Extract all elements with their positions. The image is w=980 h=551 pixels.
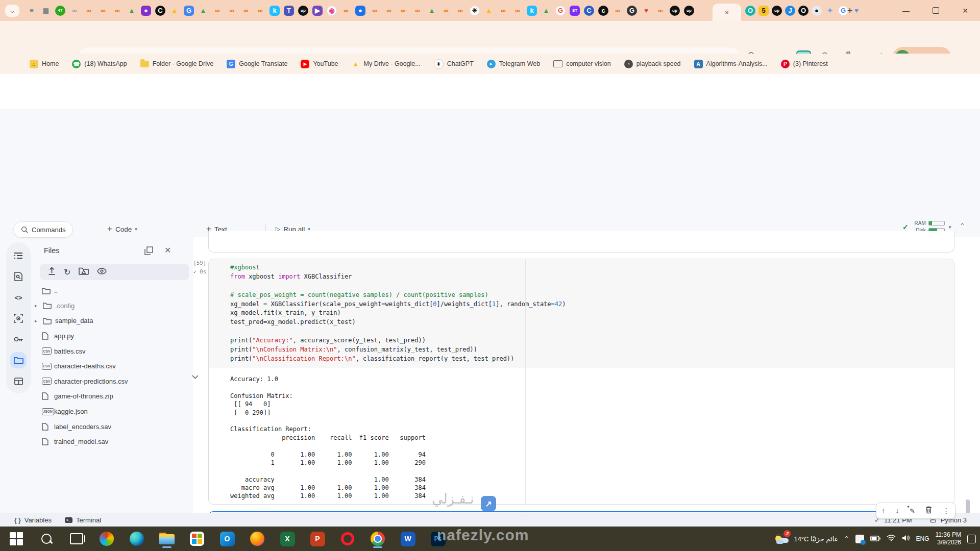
pinned-tab-favicon[interactable]: ∞ <box>255 6 265 16</box>
pinned-tab-favicon[interactable]: 47 <box>55 6 65 16</box>
file-tree-item[interactable]: CSVcharacter-predictions.csv <box>34 374 190 389</box>
pinned-tab-favicon[interactable]: O <box>798 6 808 16</box>
code-snippets-icon[interactable]: <> <box>10 289 27 306</box>
volume-icon[interactable] <box>902 534 910 543</box>
active-tab[interactable]: × <box>713 4 741 21</box>
pinned-tab-favicon[interactable]: O <box>745 6 755 16</box>
edit-with-ai-icon[interactable]: ✎✦ <box>910 507 915 515</box>
taskbar-app-firefox[interactable] <box>248 529 266 549</box>
pinned-tab-favicon[interactable]: ∞ <box>412 6 423 16</box>
wifi-icon[interactable] <box>887 534 896 543</box>
bookmark-item[interactable]: P(3) Pinterest <box>781 60 828 68</box>
pinned-tab-favicon[interactable]: ● <box>355 6 365 16</box>
pinned-tab-favicon[interactable]: ▲ <box>484 6 494 16</box>
minimize-button[interactable]: — <box>891 0 921 21</box>
pinned-tab-favicon[interactable]: T <box>284 6 294 16</box>
close-files-panel-icon[interactable]: ✕ <box>164 245 171 255</box>
pinned-tab-favicon[interactable]: ◉ <box>327 6 337 16</box>
tray-app-icon[interactable] <box>855 535 864 543</box>
add-code-button[interactable]: +Code▾ <box>107 221 137 237</box>
pinned-tab-favicon[interactable]: ∞ <box>655 6 666 16</box>
battery-icon[interactable] <box>870 534 880 543</box>
taskbar-app-chrome[interactable] <box>369 529 387 549</box>
file-tree-item[interactable]: CSVcharacter-deaths.csv <box>34 359 190 374</box>
taskbar-app-search[interactable] <box>37 529 56 549</box>
file-tree-item[interactable]: .. <box>34 283 190 298</box>
file-tree-item[interactable]: game-of-thrones.zip <box>34 389 190 404</box>
move-cell-down-icon[interactable]: ↓ <box>896 507 899 515</box>
delete-cell-icon[interactable] <box>925 506 932 515</box>
pinned-tab-favicon[interactable]: ♥ <box>641 6 651 16</box>
pinned-tab-favicon[interactable]: ● <box>812 6 822 16</box>
pinned-tab-favicon[interactable]: ∞ <box>455 6 465 16</box>
pinned-tab-favicon[interactable]: C <box>155 6 165 16</box>
upload-file-icon[interactable] <box>48 267 56 277</box>
bookmark-item[interactable]: computer vision <box>553 60 611 67</box>
taskbar-app-excel[interactable]: X <box>278 529 297 549</box>
pinned-tab-favicon[interactable]: ✳ <box>470 6 480 16</box>
pinned-tab-favicon[interactable]: ▦ <box>41 6 51 16</box>
taskbar-app-store[interactable] <box>188 529 206 549</box>
file-tree-item[interactable]: app.py <box>34 329 190 344</box>
pinned-tab-favicon[interactable]: ▲ <box>427 6 437 16</box>
pinned-tab-favicon[interactable]: ∞ <box>512 6 523 16</box>
bookmark-item[interactable]: ◔playback speed <box>624 60 681 68</box>
mount-drive-icon[interactable] <box>79 267 89 277</box>
pinned-tab-favicon[interactable]: k <box>527 6 537 16</box>
secrets-key-icon[interactable] <box>10 331 27 347</box>
clock-widget[interactable]: 11:36 PM 3/9/2026 <box>936 531 961 546</box>
bookmark-item[interactable]: GGoogle Translate <box>227 60 287 68</box>
pinned-tab-favicon[interactable]: k <box>270 6 280 16</box>
show-hidden-files-icon[interactable] <box>97 267 107 277</box>
taskbar-app-edge[interactable] <box>128 529 146 549</box>
tab-search-button[interactable]: ⌵ <box>5 5 19 17</box>
taskbar-app-photoshop[interactable]: Ps <box>429 529 447 549</box>
taskbar-app-powerpoint[interactable]: P <box>308 529 327 549</box>
bookmark-item[interactable]: ☎(18) WhatsApp <box>72 60 127 68</box>
file-tree-item[interactable]: trained_model.sav <box>34 434 190 449</box>
pinned-tab-favicon[interactable]: ▶ <box>312 6 323 16</box>
move-cell-up-icon[interactable]: ↑ <box>881 507 885 515</box>
new-tab-button[interactable]: + <box>843 4 856 17</box>
taskbar-app-outlook[interactable]: O <box>218 529 236 549</box>
taskbar-app-start[interactable] <box>7 529 26 549</box>
pinned-tab-favicon[interactable]: ● <box>141 6 151 16</box>
pinned-tab-favicon[interactable]: ∞ <box>212 6 223 16</box>
pinned-tab-favicon[interactable]: ∞ <box>341 6 351 16</box>
file-tree-item[interactable]: JSONkaggle.json <box>34 404 190 419</box>
pinned-tab-favicon[interactable]: 5 <box>758 6 769 16</box>
pinned-tab-favicon[interactable]: ▲ <box>198 6 208 16</box>
file-tree-item[interactable]: CSVbattles.csv <box>34 343 190 359</box>
pinned-tab-favicon[interactable]: up <box>298 6 308 16</box>
pinned-tab-favicon[interactable]: ▲ <box>127 6 137 16</box>
open-files-tab-icon[interactable] <box>144 246 153 258</box>
file-tree-item[interactable]: ▸.config <box>34 298 190 314</box>
pinned-tab-favicon[interactable]: ∞ <box>612 6 623 16</box>
pinned-tab-favicon[interactable]: ∞ <box>498 6 508 16</box>
gemini-scan-icon[interactable] <box>10 310 27 327</box>
expand-folder-icon[interactable]: ▸ <box>34 303 43 308</box>
expand-folder-icon[interactable]: ▸ <box>34 318 43 323</box>
pinned-tab-favicon[interactable]: C <box>584 6 594 16</box>
file-tree-item[interactable]: label_encoders.sav <box>34 419 190 434</box>
close-window-button[interactable]: ✕ <box>950 0 980 21</box>
pinned-tab-favicon[interactable]: ∞ <box>241 6 251 16</box>
pinned-tab-favicon[interactable]: G <box>184 6 194 16</box>
bookmark-item[interactable]: AAlgorithms-Analysis... <box>694 60 768 68</box>
taskbar-app-copilot[interactable] <box>97 529 116 549</box>
weather-widget[interactable]: 2 14°C غائم جزئيًا <box>774 532 838 545</box>
language-indicator[interactable]: ENG <box>916 535 929 542</box>
file-tree-item[interactable]: ▸sample_data <box>34 313 190 329</box>
pinned-tab-favicon[interactable]: ∞ <box>112 6 122 16</box>
hidden-icons-chevron[interactable]: ⌃ <box>844 535 849 542</box>
table-of-contents-icon[interactable] <box>10 247 27 264</box>
more-cell-actions-icon[interactable]: ⋮ <box>943 507 950 515</box>
data-table-icon[interactable] <box>10 373 27 389</box>
pinned-tab-favicon[interactable]: ∞ <box>384 6 394 16</box>
bookmark-item[interactable]: ▸Telegram Web <box>487 60 540 68</box>
pinned-tab-favicon[interactable]: ▲ <box>169 6 180 16</box>
collapse-header-icon[interactable]: ⌃ <box>960 222 965 230</box>
pinned-tab-favicon[interactable]: ∞ <box>370 6 380 16</box>
notification-center-icon[interactable] <box>967 535 976 543</box>
pinned-tab-favicon[interactable]: up <box>772 6 782 16</box>
